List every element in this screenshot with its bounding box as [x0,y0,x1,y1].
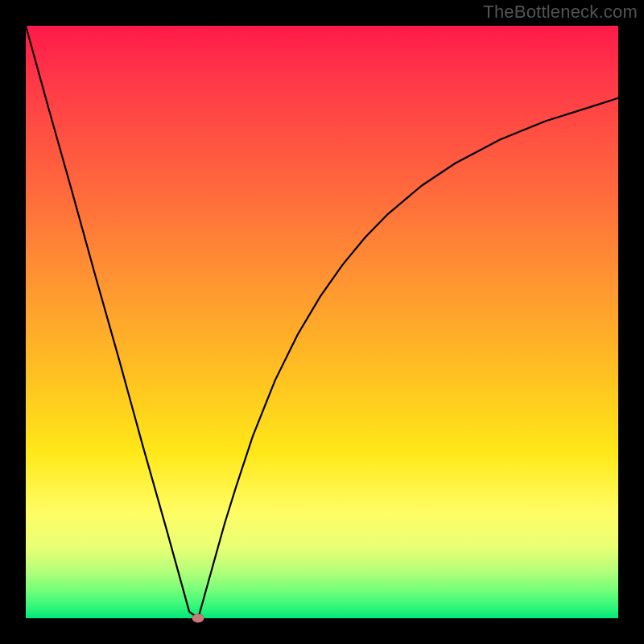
plot-area [26,26,618,618]
curve-left-branch [26,26,198,618]
curve-right-branch [198,98,618,618]
watermark-text: TheBottleneck.com [483,2,638,23]
chart-frame: TheBottleneck.com [0,0,644,644]
curve-svg [26,26,618,618]
minimum-marker [192,614,204,622]
